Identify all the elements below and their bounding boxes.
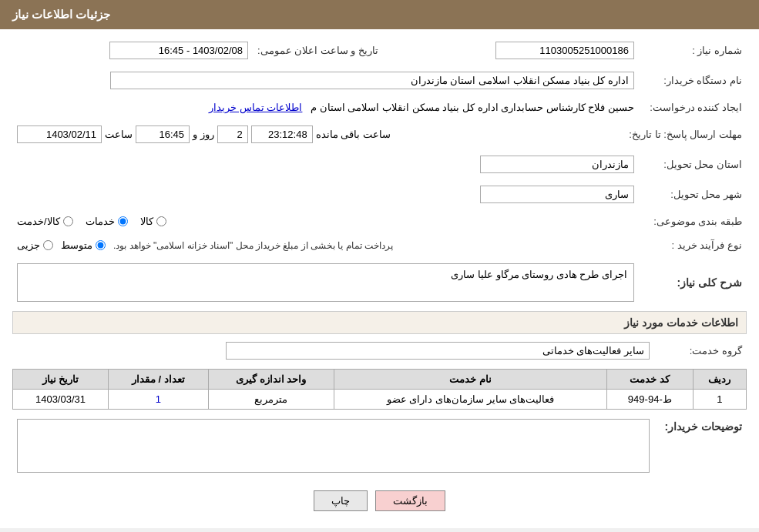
ostan-value: [12, 152, 639, 176]
radio-kala-khadamat-input[interactable]: [63, 216, 73, 226]
tabaqa-radios: کالا/خدمت خدمات کالا: [12, 212, 639, 230]
radio-kala-khadamat: کالا/خدمت: [17, 216, 73, 227]
grooh-label: گروه خدمت:: [654, 339, 747, 363]
page-header: جزئیات اطلاعات نیاز: [0, 0, 759, 29]
radio-kala-label: کالا: [140, 216, 153, 227]
info-table-4: مهلت ارسال پاسخ: تا تاریخ: ساعت روز و سا…: [12, 122, 747, 146]
grooh-value: [12, 339, 654, 363]
table-cell: مترمربع: [208, 390, 334, 410]
mohlat-saat-label: ساعت: [105, 129, 133, 140]
tarikh-aelan-label: تاریخ و ساعت اعلان عمومی:: [253, 38, 383, 62]
noe-pa-label: نوع فرآیند خرید :: [639, 236, 747, 254]
info-table-6: شهر محل تحویل:: [12, 182, 747, 206]
noe-pa-values: جزیی متوسط پرداخت تمام یا بخشی از مبلغ خ…: [12, 236, 639, 254]
page-title: جزئیات اطلاعات نیاز: [12, 8, 110, 21]
noe-pa-desc: پرداخت تمام یا بخشی از مبلغ خریداز محل "…: [113, 240, 393, 251]
info-table-tosih: توضیحات خریدار:: [12, 416, 747, 478]
grooh-input[interactable]: [226, 342, 650, 360]
mohlat-date-input[interactable]: [17, 125, 102, 143]
nam-dastgah-value: [12, 69, 639, 92]
sharh-box: اجرای طرح هادی روستای مرگاو علیا ساری: [17, 263, 634, 302]
shomara-niaz-input[interactable]: [495, 42, 634, 59]
info-table-8: نوع فرآیند خرید : جزیی متوسط پرداخت تمام…: [12, 236, 747, 254]
info-table-1: شماره نیاز : تاریخ و ساعت اعلان عمومی:: [12, 38, 747, 62]
ijad-link[interactable]: اطلاعات تماس خریدار: [209, 102, 302, 113]
shahr-value: [12, 182, 639, 206]
table-row: 1ط-94-949فعالیت‌های سایر سازمان‌های دارا…: [13, 390, 747, 410]
col-vahed: واحد اندازه گیری: [208, 370, 334, 390]
info-table-5: استان محل تحویل:: [12, 152, 747, 176]
table-cell: فعالیت‌های سایر سازمان‌های دارای عضو: [334, 390, 607, 410]
radio-khadamat: خدمات: [86, 216, 128, 227]
radio-kala-khadamat-label: کالا/خدمت: [17, 216, 60, 227]
ostan-label: استان محل تحویل:: [639, 152, 747, 176]
table-cell: ط-94-949: [607, 390, 694, 410]
mohlat-baqi-label: ساعت باقی مانده: [316, 129, 391, 140]
mohlat-saat-input[interactable]: [136, 125, 190, 143]
shomara-niaz-value: [398, 38, 639, 62]
main-content: شماره نیاز : تاریخ و ساعت اعلان عمومی: ن…: [0, 29, 759, 528]
table-cell: 1403/03/31: [13, 390, 109, 410]
khadamat-section-title: اطلاعات خدمات مورد نیاز: [12, 311, 747, 334]
radio-kala-input[interactable]: [156, 216, 166, 226]
info-table-grooh: گروه خدمت:: [12, 339, 747, 363]
radio-motevaset-label: متوسط: [61, 239, 92, 251]
radio-kala: کالا: [140, 216, 166, 227]
col-tarikh: تاریخ نیاز: [13, 370, 109, 390]
mohlat-baqi-input[interactable]: [251, 125, 313, 143]
info-table-7: طبقه بندی موضوعی: کالا/خدمت خدمات کالا: [12, 212, 747, 230]
ostan-input[interactable]: [480, 156, 634, 173]
tosih-value-cell: [12, 416, 654, 478]
services-table: ردیف کد خدمت نام خدمت واحد اندازه گیری ت…: [12, 369, 747, 410]
info-table-sharh: شرح کلی نیاز: اجرای طرح هادی روستای مرگا…: [12, 260, 747, 305]
page-wrapper: جزئیات اطلاعات نیاز شماره نیاز : تاریخ و…: [0, 0, 759, 528]
table-cell: 1: [693, 390, 746, 410]
col-kod: کد خدمت: [607, 370, 694, 390]
mohlat-label: مهلت ارسال پاسخ: تا تاریخ:: [624, 122, 747, 146]
mohlat-roz-input[interactable]: [217, 125, 248, 143]
col-name: نام خدمت: [334, 370, 607, 390]
shahr-input[interactable]: [480, 186, 634, 203]
info-table-2: نام دستگاه خریدار:: [12, 69, 747, 92]
info-table-3: ایجاد کننده درخواست: حسین فلاح کارشناس ح…: [12, 99, 747, 116]
radio-motevaset: متوسط: [61, 239, 106, 251]
bazgasht-button[interactable]: بازگشت: [375, 490, 445, 511]
sharh-label: شرح کلی نیاز:: [639, 260, 747, 305]
ijad-text: حسین فلاح کارشناس حسابداری اداره کل بنیا…: [311, 102, 634, 113]
tosih-textarea[interactable]: [17, 419, 650, 473]
ijad-label: ایجاد کننده درخواست:: [639, 99, 747, 116]
ijad-value: حسین فلاح کارشناس حسابداری اداره کل بنیا…: [12, 99, 639, 116]
radio-motevaset-input[interactable]: [96, 240, 106, 250]
radio-khadamat-input[interactable]: [118, 216, 128, 226]
chap-button[interactable]: چاپ: [314, 490, 368, 511]
shahr-label: شهر محل تحویل:: [639, 182, 747, 206]
radio-jazei: جزیی: [17, 239, 53, 251]
sharh-text: اجرای طرح هادی روستای مرگاو علیا ساری: [451, 269, 627, 280]
radio-jazei-label: جزیی: [17, 239, 40, 251]
shomara-niaz-label: شماره نیاز :: [639, 38, 747, 62]
col-tedad: تعداد / مقدار: [108, 370, 208, 390]
tarikh-aelan-value: [12, 38, 253, 62]
nam-dastgah-input[interactable]: [110, 72, 634, 89]
nam-dastgah-label: نام دستگاه خریدار:: [639, 69, 747, 92]
sharh-value-cell: اجرای طرح هادی روستای مرگاو علیا ساری: [12, 260, 639, 305]
table-cell: 1: [108, 390, 208, 410]
tabaqa-label: طبقه بندی موضوعی:: [639, 212, 747, 230]
radio-jazei-input[interactable]: [43, 240, 53, 250]
button-group: بازگشت چاپ: [12, 490, 747, 511]
tosih-label: توضیحات خریدار:: [654, 416, 747, 478]
tarikh-aelan-input[interactable]: [109, 42, 248, 59]
col-radif: ردیف: [693, 370, 746, 390]
mohlat-values: ساعت روز و ساعت باقی مانده: [12, 122, 624, 146]
mohlat-roz-label: روز و: [193, 129, 214, 140]
radio-khadamat-label: خدمات: [86, 216, 115, 227]
